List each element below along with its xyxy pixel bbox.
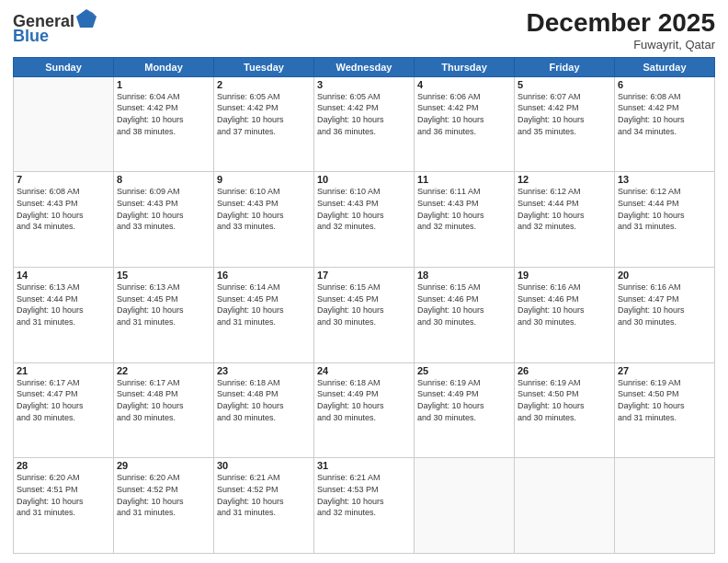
calendar-cell: 13Sunrise: 6:12 AM Sunset: 4:44 PM Dayli… — [615, 172, 715, 268]
day-info: Sunrise: 6:08 AM Sunset: 4:43 PM Dayligh… — [17, 186, 110, 232]
calendar-week-row: 28Sunrise: 6:20 AM Sunset: 4:51 PM Dayli… — [14, 458, 715, 554]
calendar-cell — [14, 76, 114, 172]
day-number: 11 — [417, 174, 511, 185]
day-number: 1 — [117, 79, 210, 90]
day-number: 29 — [117, 460, 210, 471]
day-number: 30 — [217, 460, 311, 471]
day-info: Sunrise: 6:19 AM Sunset: 4:50 PM Dayligh… — [618, 377, 711, 423]
header: General Blue December 2025 Fuwayrit, Qat… — [13, 9, 715, 52]
day-number: 8 — [117, 174, 210, 185]
day-info: Sunrise: 6:21 AM Sunset: 4:52 PM Dayligh… — [217, 472, 311, 518]
day-of-week-header: Thursday — [415, 57, 515, 76]
day-info: Sunrise: 6:21 AM Sunset: 4:53 PM Dayligh… — [317, 472, 411, 518]
day-of-week-header: Wednesday — [314, 57, 415, 76]
day-number: 26 — [518, 365, 611, 376]
calendar-cell — [615, 458, 715, 554]
day-info: Sunrise: 6:20 AM Sunset: 4:52 PM Dayligh… — [117, 472, 210, 518]
logo: General Blue — [13, 9, 97, 44]
calendar-cell: 7Sunrise: 6:08 AM Sunset: 4:43 PM Daylig… — [14, 172, 114, 268]
day-info: Sunrise: 6:13 AM Sunset: 4:45 PM Dayligh… — [117, 282, 210, 327]
calendar-cell: 15Sunrise: 6:13 AM Sunset: 4:45 PM Dayli… — [114, 268, 214, 363]
day-number: 24 — [317, 365, 411, 376]
calendar-cell: 29Sunrise: 6:20 AM Sunset: 4:52 PM Dayli… — [114, 458, 214, 554]
day-info: Sunrise: 6:18 AM Sunset: 4:48 PM Dayligh… — [217, 377, 311, 423]
logo-icon — [76, 9, 97, 31]
day-info: Sunrise: 6:18 AM Sunset: 4:49 PM Dayligh… — [317, 377, 411, 423]
day-number: 22 — [117, 365, 210, 376]
day-number: 23 — [217, 365, 311, 376]
calendar-cell — [415, 458, 515, 554]
day-number: 3 — [317, 79, 411, 90]
day-info: Sunrise: 6:20 AM Sunset: 4:51 PM Dayligh… — [17, 472, 110, 518]
day-number: 31 — [317, 460, 411, 471]
day-number: 12 — [518, 174, 611, 185]
day-number: 19 — [518, 270, 611, 281]
calendar-cell: 8Sunrise: 6:09 AM Sunset: 4:43 PM Daylig… — [114, 172, 214, 268]
day-info: Sunrise: 6:12 AM Sunset: 4:44 PM Dayligh… — [518, 186, 611, 232]
calendar-cell: 26Sunrise: 6:19 AM Sunset: 4:50 PM Dayli… — [515, 362, 615, 458]
calendar-cell: 4Sunrise: 6:06 AM Sunset: 4:42 PM Daylig… — [415, 76, 515, 172]
calendar-cell: 2Sunrise: 6:05 AM Sunset: 4:42 PM Daylig… — [214, 76, 314, 172]
calendar-cell: 1Sunrise: 6:04 AM Sunset: 4:42 PM Daylig… — [114, 76, 214, 172]
day-number: 14 — [17, 270, 110, 281]
day-number: 13 — [618, 174, 711, 185]
calendar-week-row: 21Sunrise: 6:17 AM Sunset: 4:47 PM Dayli… — [14, 362, 715, 458]
day-info: Sunrise: 6:15 AM Sunset: 4:45 PM Dayligh… — [317, 282, 411, 327]
title-section: December 2025 Fuwayrit, Qatar — [527, 9, 715, 52]
location: Fuwayrit, Qatar — [527, 38, 715, 52]
day-of-week-header: Friday — [515, 57, 615, 76]
calendar-table: SundayMondayTuesdayWednesdayThursdayFrid… — [13, 57, 715, 554]
calendar-cell: 30Sunrise: 6:21 AM Sunset: 4:52 PM Dayli… — [214, 458, 314, 554]
day-number: 25 — [417, 365, 511, 376]
logo-blue-text: Blue — [13, 28, 49, 44]
day-number: 6 — [618, 79, 711, 90]
day-of-week-header: Monday — [114, 57, 214, 76]
day-number: 20 — [618, 270, 711, 281]
calendar-cell: 9Sunrise: 6:10 AM Sunset: 4:43 PM Daylig… — [214, 172, 314, 268]
day-info: Sunrise: 6:19 AM Sunset: 4:49 PM Dayligh… — [417, 377, 511, 423]
calendar-cell: 27Sunrise: 6:19 AM Sunset: 4:50 PM Dayli… — [615, 362, 715, 458]
day-info: Sunrise: 6:09 AM Sunset: 4:43 PM Dayligh… — [117, 186, 210, 232]
day-info: Sunrise: 6:10 AM Sunset: 4:43 PM Dayligh… — [217, 186, 311, 232]
calendar-cell: 12Sunrise: 6:12 AM Sunset: 4:44 PM Dayli… — [515, 172, 615, 268]
calendar-cell: 28Sunrise: 6:20 AM Sunset: 4:51 PM Dayli… — [14, 458, 114, 554]
day-info: Sunrise: 6:11 AM Sunset: 4:43 PM Dayligh… — [417, 186, 511, 232]
day-info: Sunrise: 6:19 AM Sunset: 4:50 PM Dayligh… — [518, 377, 611, 423]
day-info: Sunrise: 6:17 AM Sunset: 4:48 PM Dayligh… — [117, 377, 210, 423]
day-info: Sunrise: 6:16 AM Sunset: 4:47 PM Dayligh… — [618, 282, 711, 327]
calendar-cell: 3Sunrise: 6:05 AM Sunset: 4:42 PM Daylig… — [314, 76, 415, 172]
day-info: Sunrise: 6:07 AM Sunset: 4:42 PM Dayligh… — [518, 91, 611, 137]
calendar-cell: 18Sunrise: 6:15 AM Sunset: 4:46 PM Dayli… — [415, 268, 515, 363]
day-number: 16 — [217, 270, 311, 281]
day-info: Sunrise: 6:10 AM Sunset: 4:43 PM Dayligh… — [317, 186, 411, 232]
day-info: Sunrise: 6:06 AM Sunset: 4:42 PM Dayligh… — [417, 91, 511, 137]
day-info: Sunrise: 6:17 AM Sunset: 4:47 PM Dayligh… — [17, 377, 110, 423]
day-number: 27 — [618, 365, 711, 376]
day-info: Sunrise: 6:04 AM Sunset: 4:42 PM Dayligh… — [117, 91, 210, 137]
month-title: December 2025 — [527, 9, 715, 38]
calendar-cell: 20Sunrise: 6:16 AM Sunset: 4:47 PM Dayli… — [615, 268, 715, 363]
day-number: 5 — [518, 79, 611, 90]
svg-marker-0 — [76, 9, 97, 28]
calendar-cell — [515, 458, 615, 554]
calendar-cell: 10Sunrise: 6:10 AM Sunset: 4:43 PM Dayli… — [314, 172, 415, 268]
day-number: 9 — [217, 174, 311, 185]
day-number: 17 — [317, 270, 411, 281]
day-number: 7 — [17, 174, 110, 185]
day-number: 21 — [17, 365, 110, 376]
day-info: Sunrise: 6:05 AM Sunset: 4:42 PM Dayligh… — [317, 91, 411, 137]
day-info: Sunrise: 6:16 AM Sunset: 4:46 PM Dayligh… — [518, 282, 611, 327]
calendar-cell: 25Sunrise: 6:19 AM Sunset: 4:49 PM Dayli… — [415, 362, 515, 458]
page: General Blue December 2025 Fuwayrit, Qat… — [0, 0, 728, 563]
calendar-cell: 6Sunrise: 6:08 AM Sunset: 4:42 PM Daylig… — [615, 76, 715, 172]
calendar-cell: 19Sunrise: 6:16 AM Sunset: 4:46 PM Dayli… — [515, 268, 615, 363]
calendar-cell: 31Sunrise: 6:21 AM Sunset: 4:53 PM Dayli… — [314, 458, 415, 554]
calendar-week-row: 14Sunrise: 6:13 AM Sunset: 4:44 PM Dayli… — [14, 268, 715, 363]
day-info: Sunrise: 6:08 AM Sunset: 4:42 PM Dayligh… — [618, 91, 711, 137]
calendar-cell: 17Sunrise: 6:15 AM Sunset: 4:45 PM Dayli… — [314, 268, 415, 363]
day-of-week-header: Sunday — [14, 57, 114, 76]
day-info: Sunrise: 6:14 AM Sunset: 4:45 PM Dayligh… — [217, 282, 311, 327]
day-number: 18 — [417, 270, 511, 281]
day-number: 10 — [317, 174, 411, 185]
day-number: 4 — [417, 79, 511, 90]
